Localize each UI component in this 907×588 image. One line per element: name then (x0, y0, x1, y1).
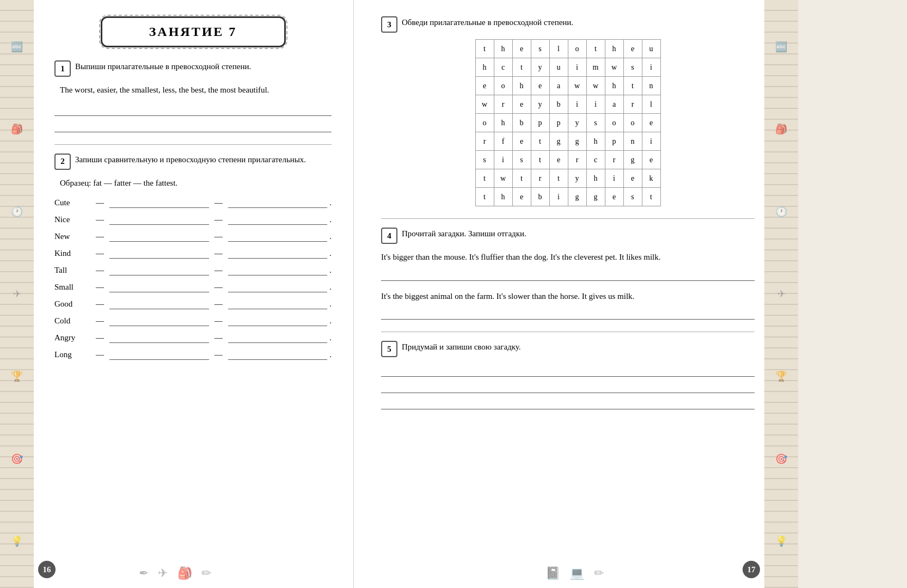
deco-icon-5: 🏆 (11, 370, 23, 382)
grid-cell-8-3: b (531, 188, 549, 206)
adj-line-nice-comp (109, 214, 209, 225)
adj-label-good: Good (54, 299, 93, 309)
adj-line-angry-comp (109, 332, 209, 343)
grid-cell-2-2: h (512, 77, 531, 95)
adj-row-long: Long — — . (54, 347, 332, 362)
adj-line-cute-comp (109, 197, 209, 208)
adj-line-angry-sup (228, 332, 328, 343)
grid-cell-3-7: a (605, 95, 623, 114)
grid-cell-8-5: g (568, 188, 586, 206)
adj-row-kind: Kind — — . (54, 246, 332, 260)
adj-row-good: Good — — . (54, 297, 332, 311)
grid-cell-6-2: s (512, 151, 531, 169)
divider-3 (381, 332, 755, 332)
grid-cell-3-6: i (586, 95, 605, 114)
grid-cell-8-7: e (605, 188, 623, 206)
grid-row-7: twtrtyhiek (475, 169, 660, 188)
task-2-header: 2 Запиши сравнительную и превосходную ст… (54, 154, 332, 170)
adj-line-long-sup (228, 349, 328, 360)
grid-cell-8-1: h (494, 188, 512, 206)
grid-cell-4-6: s (586, 114, 605, 132)
task-4-instruction: Прочитай загадки. Запиши отгадки. (402, 228, 755, 240)
grid-cell-2-9: n (642, 77, 660, 95)
grid-cell-4-5: y (568, 114, 586, 132)
grid-row-4: ohbppysooe (475, 114, 660, 132)
grid-cell-3-8: r (623, 95, 642, 114)
grid-cell-0-4: l (549, 40, 568, 58)
grid-cell-0-8: e (623, 40, 642, 58)
grid-cell-3-0: w (475, 95, 494, 114)
grid-cell-5-1: f (494, 132, 512, 151)
grid-cell-5-0: r (475, 132, 494, 151)
grid-cell-7-4: t (549, 169, 568, 188)
adj-line-kind-comp (109, 248, 209, 259)
adj-label-small: Small (54, 283, 93, 292)
riddle-1-block: It's bigger than the mouse. It's fluffie… (381, 250, 755, 281)
grid-cell-8-2: e (512, 188, 531, 206)
task-3-header: 3 Обведи прилагательные в превосходной с… (381, 16, 755, 33)
grid-cell-1-2: t (512, 58, 531, 77)
task-5-header: 5 Придумай и запиши свою загадку. (381, 341, 755, 357)
grid-cell-0-7: h (605, 40, 623, 58)
left-border-decoration: 🔤 🎒 🕐 ✈ 🏆 🎯 💡 (0, 0, 34, 588)
word-search-grid: theslotheuhctyuimwsieoheawwhtnwreybiiarl… (475, 39, 661, 206)
task-5-badge: 5 (381, 341, 397, 357)
adj-label-cute: Cute (54, 198, 93, 207)
riddle-2-answer-line (381, 307, 755, 320)
grid-cell-4-8: o (623, 114, 642, 132)
task-1-header: 1 Выпиши прилагательные в превосходной с… (54, 60, 332, 77)
grid-cell-1-9: i (642, 58, 660, 77)
grid-cell-1-6: m (586, 58, 605, 77)
page-number-right: 17 (743, 561, 760, 578)
task-2-block: 2 Запиши сравнительную и превосходную ст… (54, 154, 332, 362)
grid-cell-7-7: i (605, 169, 623, 188)
adj-row-tall: Tall — — . (54, 263, 332, 277)
deco-icon-r1: 🔤 (775, 41, 787, 53)
adj-line-tall-sup (228, 265, 328, 275)
grid-cell-4-2: b (512, 114, 531, 132)
adj-row-cute: Cute — — . (54, 195, 332, 210)
grid-cell-3-4: b (549, 95, 568, 114)
task-1-text: The worst, easier, the smallest, less, t… (60, 83, 332, 97)
grid-cell-2-1: o (494, 77, 512, 95)
divider-2 (381, 218, 755, 219)
grid-cell-5-8: n (623, 132, 642, 151)
grid-cell-4-4: p (549, 114, 568, 132)
task-1-block: 1 Выпиши прилагательные в превосходной с… (54, 60, 332, 132)
deco-icon-r3: 🕐 (775, 206, 787, 218)
grid-cell-1-4: u (549, 58, 568, 77)
grid-row-2: eoheawwhtn (475, 77, 660, 95)
adj-label-nice: Nice (54, 215, 93, 224)
grid-cell-2-7: h (605, 77, 623, 95)
grid-cell-5-5: g (568, 132, 586, 151)
adj-label-cold: Cold (54, 316, 93, 326)
grid-cell-0-3: s (531, 40, 549, 58)
adj-line-small-comp (109, 281, 209, 292)
grid-cell-7-5: y (568, 169, 586, 188)
grid-cell-3-1: r (494, 95, 512, 114)
task-5-write-2 (381, 380, 755, 393)
grid-cell-4-9: e (642, 114, 660, 132)
grid-cell-8-8: s (623, 188, 642, 206)
grid-cell-1-5: i (568, 58, 586, 77)
adj-line-cute-sup (228, 197, 328, 208)
task-3-block: 3 Обведи прилагательные в превосходной с… (381, 16, 755, 206)
task-2-sample: Образец: fat — fatter — the fattest. (60, 176, 332, 191)
adj-line-long-comp (109, 349, 209, 360)
right-content: 3 Обведи прилагательные в превосходной с… (376, 16, 755, 409)
grid-cell-7-8: e (623, 169, 642, 188)
grid-cell-7-9: k (642, 169, 660, 188)
task-5-write-3 (381, 396, 755, 409)
adj-line-new-sup (228, 231, 328, 242)
riddle-1-text: It's bigger than the mouse. It's fluffie… (381, 250, 755, 265)
adj-row-angry: Angry — — . (54, 330, 332, 345)
grid-cell-8-0: t (475, 188, 494, 206)
page-number-left: 16 (38, 561, 56, 578)
grid-cell-5-2: e (512, 132, 531, 151)
grid-cell-5-9: i (642, 132, 660, 151)
adj-line-good-sup (228, 298, 328, 309)
adj-line-cold-comp (109, 315, 209, 326)
task-3-badge: 3 (381, 16, 397, 33)
deco-icon-r5: 🏆 (775, 370, 787, 382)
grid-cell-1-1: c (494, 58, 512, 77)
